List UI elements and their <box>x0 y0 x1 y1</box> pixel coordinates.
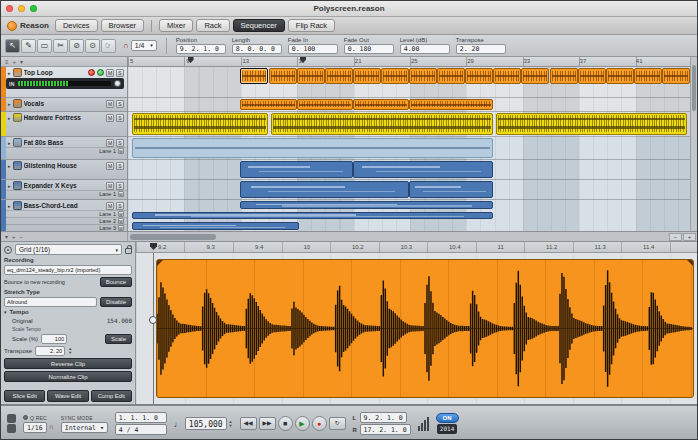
track-collapse-icon[interactable]: ▸ <box>8 203 11 209</box>
audio-clip-waveform[interactable] <box>156 259 694 398</box>
clip[interactable] <box>437 68 465 84</box>
field-value[interactable]: 0. 100 <box>288 44 338 54</box>
rewind-button[interactable]: ◀◀ <box>240 417 257 430</box>
clip[interactable] <box>550 68 578 84</box>
track-row-bass-chord-lead[interactable]: ▸Bass-Chord-LeadMSLane 1MLane 2MLane 3M <box>1 200 127 231</box>
solo-button[interactable]: S <box>116 139 124 147</box>
clip[interactable] <box>606 68 634 84</box>
toolbar-button-sequencer[interactable]: Sequencer <box>233 19 285 32</box>
solo-button[interactable]: S <box>116 100 124 108</box>
tool-selection[interactable]: ↖ <box>5 39 20 53</box>
clip[interactable] <box>240 68 268 84</box>
mute-button[interactable]: M <box>106 100 114 108</box>
snap-value-select[interactable]: 1/4▾ <box>131 40 157 51</box>
mute-button[interactable]: M <box>106 162 114 170</box>
scale-pct-field[interactable]: 100 <box>41 334 67 344</box>
mute-button[interactable]: M <box>106 114 114 122</box>
clip[interactable] <box>578 68 606 84</box>
clip-start-marker[interactable] <box>150 243 157 250</box>
clip[interactable] <box>240 99 296 110</box>
arrangement-lanes[interactable] <box>128 67 690 231</box>
field-value[interactable]: 4.00 <box>400 44 450 54</box>
tool-mute[interactable]: ⊘ <box>69 39 84 53</box>
clip[interactable] <box>409 99 493 110</box>
track-collapse-icon[interactable]: ▸ <box>8 101 11 107</box>
field-value[interactable]: 2. 20 <box>456 44 506 54</box>
filter-icon[interactable]: ▾ <box>20 58 23 65</box>
clip[interactable] <box>662 68 690 84</box>
tool-eraser[interactable]: ▭ <box>37 39 52 53</box>
add-lane-icon[interactable]: + <box>12 234 16 240</box>
click-on-button[interactable]: ON <box>436 413 459 423</box>
mute-button[interactable]: M <box>106 202 114 210</box>
clip[interactable] <box>353 68 381 84</box>
track-row-fat-80s-bass[interactable]: ▸Fat 80s BassMSLane 1M <box>1 137 127 160</box>
clip[interactable] <box>409 181 493 198</box>
solo-button[interactable]: S <box>116 162 124 170</box>
tap-tempo-icon[interactable]: ♩ <box>174 419 183 429</box>
horizontal-scroll-thumb[interactable] <box>130 234 216 241</box>
tempo-section-arrow[interactable]: ▾ <box>4 309 7 315</box>
lane-mute-button[interactable]: M <box>118 148 124 154</box>
vertical-scroll-thumb[interactable] <box>692 65 696 111</box>
toolbar-button-mixer[interactable]: Mixer <box>159 19 193 32</box>
solo-button[interactable]: S <box>116 202 124 210</box>
solo-button[interactable]: S <box>116 114 124 122</box>
arrange-row-glistening-house[interactable] <box>128 160 690 180</box>
sync-mode-select[interactable]: Internal ▾ <box>61 422 108 433</box>
loop-left-display[interactable]: 9. 2. 1. 0 <box>360 412 407 423</box>
field-value[interactable]: 0. 180 <box>344 44 394 54</box>
fast-forward-button[interactable]: ▶▶ <box>259 417 276 430</box>
track-row-vocals[interactable]: ▸VocalsMS <box>1 98 127 112</box>
track-row-top-loop[interactable]: ▸Top LoopMSIN <box>1 67 127 98</box>
clip[interactable] <box>521 68 549 84</box>
horizontal-scrollbar[interactable] <box>128 232 669 241</box>
record-button[interactable]: ● <box>312 416 327 431</box>
clip[interactable] <box>297 99 353 110</box>
toolbar-button-rack[interactable]: Rack <box>196 19 229 32</box>
midi-input-icon[interactable] <box>7 414 16 423</box>
arrange-row-fat-80s-bass[interactable] <box>128 137 690 160</box>
add-track-icon[interactable]: + <box>13 59 17 65</box>
vertical-scrollbar[interactable] <box>690 57 697 231</box>
tab-wave-edit[interactable]: Wave Edit <box>47 390 88 402</box>
track-collapse-icon[interactable]: ▸ <box>8 70 11 76</box>
mute-button[interactable]: M <box>106 69 114 77</box>
tempo-stepper[interactable]: ▲▼ <box>229 420 233 428</box>
reverse-clip-button[interactable]: Reverse Clip <box>4 358 132 369</box>
track-row-expander-x-keys[interactable]: ▸Expander X KeysMSLane 1M <box>1 180 127 200</box>
toolbar-button-devices[interactable]: Devices <box>55 19 98 32</box>
clip[interactable] <box>269 68 297 84</box>
quantize-value-select[interactable]: 1/16 <box>23 422 47 433</box>
clip[interactable] <box>409 68 437 84</box>
monitor-button[interactable] <box>97 69 104 76</box>
clip[interactable] <box>465 68 493 84</box>
track-collapse-icon[interactable]: ▸ <box>8 183 11 189</box>
track-row-hardware-fortress[interactable]: ▸Hardware FortressMS <box>1 112 127 137</box>
clip[interactable] <box>271 113 493 135</box>
mute-button[interactable]: M <box>106 182 114 190</box>
menu-icon[interactable]: ≡ <box>5 59 9 65</box>
tool-razor[interactable]: ✂ <box>53 39 68 53</box>
clip[interactable] <box>381 68 409 84</box>
zoom-in-button[interactable]: + <box>683 233 696 241</box>
loop-toggle-button[interactable]: ↻ <box>329 417 346 430</box>
stretch-type-select[interactable]: Allround <box>4 297 97 307</box>
arrange-row-expander-x-keys[interactable] <box>128 180 690 200</box>
zoom-window-button[interactable] <box>30 5 37 12</box>
bounce-button[interactable]: Bounce <box>100 277 132 287</box>
lane-mute-button[interactable]: M <box>118 191 124 197</box>
disable-stretch-button[interactable]: Disable <box>100 297 132 307</box>
arrange-row-top-loop[interactable] <box>128 67 690 98</box>
clip[interactable] <box>240 201 493 209</box>
delete-lane-icon[interactable]: − <box>20 234 24 240</box>
clip[interactable] <box>493 68 521 84</box>
loop-right-display[interactable]: 17. 2. 1. 0 <box>360 424 411 435</box>
transpose-stepper[interactable]: ▲▼ <box>68 347 72 355</box>
clip[interactable] <box>353 161 494 178</box>
clip[interactable] <box>132 222 299 230</box>
zoom-out-button[interactable]: − <box>669 233 682 241</box>
arrange-row-bass-chord-lead[interactable] <box>128 200 690 231</box>
follow-song-icon[interactable] <box>4 246 12 254</box>
clip[interactable] <box>634 68 662 84</box>
